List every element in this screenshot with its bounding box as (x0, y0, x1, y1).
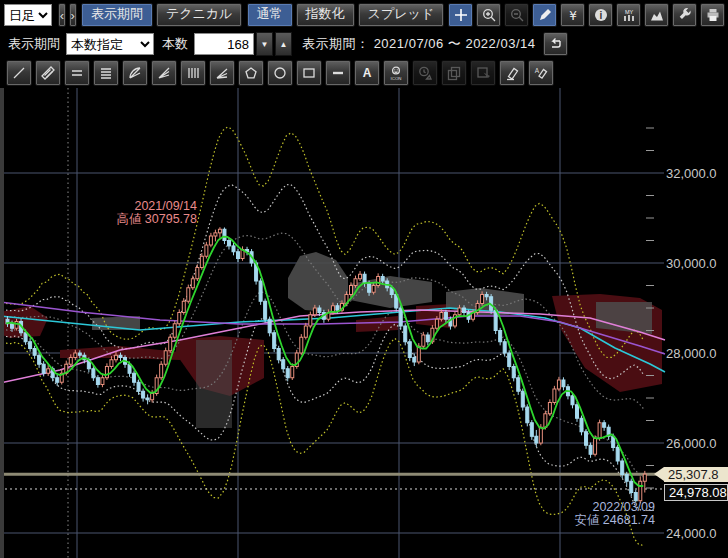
range-caption: 表示期間： (302, 36, 370, 51)
indexed-button[interactable]: 指数化 (296, 3, 355, 27)
reset-period-button[interactable] (543, 32, 568, 56)
printer-icon[interactable] (700, 3, 725, 27)
main-toolbar: 日足 ‹ › 表示期間 テクニカル 通常 指数化 スプレッド ¥iMY (0, 2, 728, 28)
trendline-tool-icon[interactable] (6, 60, 32, 86)
y-axis-label: 24,000.0 (666, 526, 717, 541)
normal-button[interactable]: 通常 (247, 3, 293, 27)
range-label: 表示期間： 2021/07/06 〜 2022/03/14 (302, 35, 535, 53)
svg-text:i: i (599, 10, 602, 21)
zoom-in-icon[interactable] (476, 3, 501, 27)
horizontal-lines-2-tool-icon[interactable] (64, 60, 90, 86)
y-axis-label: 26,000.0 (666, 436, 717, 451)
speed-lines-tool-icon[interactable] (209, 60, 235, 86)
wrench-icon[interactable] (672, 3, 697, 27)
fan-lines-tool-icon[interactable] (151, 60, 177, 86)
move-tool-icon[interactable] (470, 60, 496, 86)
svg-text:A: A (363, 66, 372, 80)
rectangle-tool-icon[interactable] (296, 60, 322, 86)
y-axis-label: 32,000.0 (666, 166, 717, 181)
current-price-badge: 25,307.8 (664, 467, 728, 482)
icon-stamp-tool-icon[interactable]: ICON (383, 60, 409, 86)
spread-button[interactable]: スプレッド (358, 3, 445, 27)
drawing-toolbar: AICONA (0, 59, 728, 86)
period-mode-select[interactable]: 本数指定 (66, 33, 154, 55)
svg-text:ICON: ICON (391, 75, 402, 80)
svg-text:MY: MY (624, 9, 633, 15)
gann-fan-tool-icon[interactable] (122, 60, 148, 86)
eraser-tool-icon[interactable] (499, 60, 525, 86)
text-tool-icon[interactable]: A (354, 60, 380, 86)
bar-count-label: 本数 (162, 35, 188, 53)
area-chart-icon[interactable] (644, 3, 669, 27)
horizontal-line-tool-icon[interactable] (325, 60, 351, 86)
timeframe-select[interactable]: 日足 (4, 4, 52, 26)
price-chart[interactable]: 24,000.026,000.028,000.030,000.032,000.0… (0, 88, 728, 558)
circle-tool-icon[interactable] (267, 60, 293, 86)
time-shift-tool-icon[interactable] (412, 60, 438, 86)
period-settings-bar: 表示期間 本数指定 本数 ▼ ▲ 表示期間： 2021/07/06 〜 2022… (0, 31, 728, 57)
info-icon[interactable]: i (588, 3, 613, 27)
technical-button[interactable]: テクニカル (156, 3, 243, 27)
zoom-out-icon[interactable] (504, 3, 529, 27)
next-button[interactable]: › (69, 3, 77, 27)
svg-text:A: A (535, 67, 540, 74)
count-decrement-button[interactable]: ▼ (256, 32, 273, 56)
display-period-label: 表示期間 (8, 35, 60, 53)
pentagon-tool-icon[interactable] (238, 60, 264, 86)
text-eraser-tool-icon[interactable]: A (528, 60, 554, 86)
y-axis-label: 30,000.0 (666, 256, 717, 271)
prev-button[interactable]: ‹ (58, 3, 66, 27)
chart-application-window: 日足 ‹ › 表示期間 テクニカル 通常 指数化 スプレッド ¥iMY 表示期間… (0, 0, 728, 558)
count-increment-button[interactable]: ▲ (275, 32, 292, 56)
reference-price-badge: 24,978.08 (664, 484, 728, 501)
copy-tool-icon[interactable] (441, 60, 467, 86)
chart-icon-buttons: ¥iMY (448, 3, 728, 27)
y-axis-label: 28,000.0 (666, 346, 717, 361)
vertical-lines-tool-icon[interactable] (180, 60, 206, 86)
crosshair-icon[interactable] (448, 3, 473, 27)
chart-left-edge (0, 88, 4, 558)
bar-count-input[interactable] (194, 33, 254, 55)
parallel-lines-tool-icon[interactable] (35, 60, 61, 86)
pencil-icon[interactable] (532, 3, 557, 27)
candlestick-plot[interactable]: 24,000.026,000.028,000.030,000.032,000.0 (0, 88, 728, 558)
svg-text:¥: ¥ (569, 9, 577, 23)
yen-icon[interactable]: ¥ (560, 3, 585, 27)
range-value: 2021/07/06 〜 2022/03/14 (374, 36, 536, 51)
horizontal-lines-4-tool-icon[interactable] (93, 60, 119, 86)
display-period-button[interactable]: 表示期間 (81, 3, 153, 27)
my-chart-icon[interactable]: MY (616, 3, 641, 27)
